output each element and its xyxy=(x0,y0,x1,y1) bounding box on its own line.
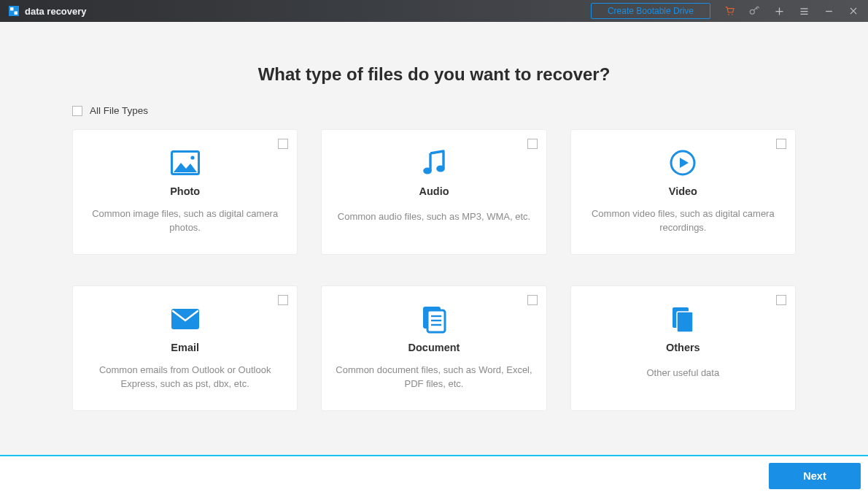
email-icon xyxy=(171,298,200,340)
card-others-title: Others xyxy=(666,342,700,353)
card-video-desc: Common video files, such as digital came… xyxy=(584,207,782,235)
svg-rect-1 xyxy=(10,7,14,11)
card-audio[interactable]: Audio Common audio files, such as MP3, W… xyxy=(321,129,546,255)
video-icon xyxy=(668,142,697,184)
app-title: data recovery xyxy=(25,6,87,17)
document-icon xyxy=(419,298,449,340)
card-photo-desc: Common image files, such as digital came… xyxy=(86,207,284,235)
card-document-title: Document xyxy=(408,342,460,353)
menu-icon[interactable] xyxy=(798,5,810,17)
card-photo[interactable]: Photo Common image files, such as digita… xyxy=(72,129,298,255)
card-video-title: Video xyxy=(669,185,697,197)
svg-marker-7 xyxy=(174,163,197,172)
svg-rect-13 xyxy=(171,309,199,329)
others-icon xyxy=(668,298,697,340)
page-headline: What type of files do you want to recove… xyxy=(258,64,611,85)
minimize-icon[interactable] xyxy=(823,5,834,17)
svg-point-10 xyxy=(436,165,445,172)
svg-point-3 xyxy=(728,14,729,15)
create-bootable-drive-button[interactable]: Create Bootable Drive xyxy=(591,3,710,19)
card-email[interactable]: Email Common emails from Outlook or Outl… xyxy=(72,285,298,411)
card-photo-checkbox[interactable] xyxy=(278,139,288,149)
svg-point-9 xyxy=(423,167,432,174)
titlebar-right: Create Bootable Drive xyxy=(591,3,859,19)
card-document-checkbox[interactable] xyxy=(527,295,538,305)
card-email-checkbox[interactable] xyxy=(278,295,288,305)
plus-icon[interactable] xyxy=(773,5,785,17)
card-audio-checkbox[interactable] xyxy=(527,139,538,149)
app-logo-icon xyxy=(9,6,19,16)
titlebar-left: data recovery xyxy=(9,6,87,17)
card-video[interactable]: Video Common video files, such as digita… xyxy=(570,129,796,255)
cart-icon[interactable] xyxy=(724,5,735,17)
card-email-title: Email xyxy=(171,342,199,353)
card-video-checkbox[interactable] xyxy=(776,139,786,149)
svg-point-8 xyxy=(190,156,194,159)
svg-rect-2 xyxy=(15,12,18,15)
card-others[interactable]: Others Other useful data xyxy=(570,285,796,411)
close-icon[interactable] xyxy=(848,5,859,17)
card-photo-title: Photo xyxy=(170,185,200,197)
card-others-desc: Other useful data xyxy=(646,367,719,380)
key-icon[interactable] xyxy=(748,5,760,17)
main-content: What type of files do you want to recove… xyxy=(0,22,868,455)
card-others-checkbox[interactable] xyxy=(776,295,786,305)
svg-point-4 xyxy=(732,14,733,15)
footer: Next xyxy=(0,455,868,495)
card-audio-title: Audio xyxy=(419,185,449,197)
photo-icon xyxy=(171,142,200,184)
card-audio-desc: Common audio files, such as MP3, WMA, et… xyxy=(338,210,530,224)
titlebar: data recovery Create Bootable Drive xyxy=(0,0,868,22)
card-document[interactable]: Document Common document files, such as … xyxy=(321,285,546,411)
all-file-types-row: All File Types xyxy=(72,105,796,116)
card-email-desc: Common emails from Outlook or Outlook Ex… xyxy=(86,364,284,391)
next-button[interactable]: Next xyxy=(769,463,861,489)
card-document-desc: Common document files, such as Word, Exc… xyxy=(335,364,532,391)
all-file-types-checkbox[interactable] xyxy=(72,106,82,116)
file-type-grid: Photo Common image files, such as digita… xyxy=(72,129,796,411)
svg-rect-20 xyxy=(677,312,693,332)
svg-marker-12 xyxy=(680,158,689,168)
all-file-types-label: All File Types xyxy=(90,105,148,116)
audio-icon xyxy=(422,142,446,184)
